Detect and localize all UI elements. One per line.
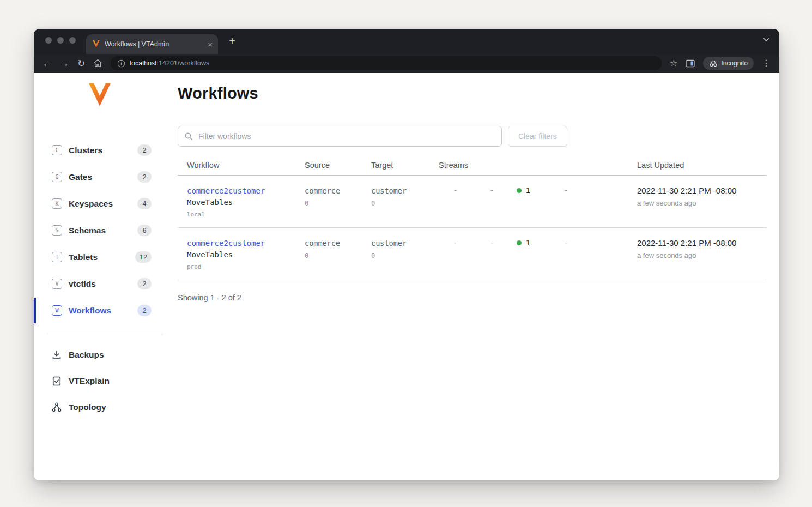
- vitess-logo[interactable]: [89, 83, 111, 107]
- vitess-favicon-icon: [93, 40, 100, 48]
- sidebar-item-label: Gates: [69, 172, 92, 182]
- column-header-streams: Streams: [439, 161, 637, 170]
- column-header-workflow: Workflow: [178, 161, 305, 170]
- search-icon: [184, 132, 193, 141]
- sidebar-item-label: Workflows: [69, 306, 111, 316]
- streams-cell: - - 1 -: [439, 186, 637, 218]
- document-check-icon: [52, 376, 62, 386]
- last-updated-timestamp: 2022-11-30 2:21 PM -08:00: [637, 238, 767, 248]
- count-badge: 2: [137, 144, 152, 156]
- topology-icon: [52, 402, 62, 412]
- incognito-icon: [709, 60, 718, 67]
- streams-stopped-value: -: [565, 186, 637, 195]
- streams-error-value: -: [490, 238, 517, 247]
- sidebar-item-gates[interactable]: G Gates 2: [34, 164, 178, 190]
- vtctlds-letter-icon: V: [52, 279, 62, 289]
- streams-error-value: -: [490, 186, 517, 195]
- window-zoom-button[interactable]: [69, 37, 76, 44]
- browser-toolbar: ← → ↻ localhost:14201/workflows ☆: [34, 54, 779, 73]
- workflow-type: MoveTables: [187, 250, 305, 259]
- tab-search-chevron-icon[interactable]: [763, 38, 769, 42]
- clear-filters-button[interactable]: Clear filters: [508, 126, 567, 147]
- keyspaces-letter-icon: K: [52, 198, 62, 209]
- main-panel: Workflows Clear filters Workflow Source …: [178, 73, 779, 480]
- back-icon[interactable]: ←: [43, 59, 52, 68]
- sidebar-item-label: Topology: [69, 402, 106, 412]
- filter-row: Clear filters: [178, 126, 767, 147]
- filter-workflows-input[interactable]: [178, 126, 502, 147]
- incognito-badge[interactable]: Incognito: [703, 57, 754, 70]
- sidebar-item-label: VTExplain: [69, 376, 110, 386]
- column-header-target: Target: [371, 161, 439, 170]
- last-updated-timestamp: 2022-11-30 2:21 PM -08:00: [637, 186, 767, 195]
- sidebar: C Clusters 2 G Gates 2 K Keyspaces 4 S S…: [34, 73, 178, 480]
- workflows-letter-icon: W: [52, 305, 62, 316]
- count-badge: 4: [137, 198, 152, 209]
- browser-tab[interactable]: Workflows | VTAdmin ×: [86, 34, 218, 54]
- workflow-cell: commerce2customer MoveTables local: [178, 186, 305, 218]
- sidebar-item-vtexplain[interactable]: VTExplain: [34, 368, 178, 394]
- sidebar-item-schemas[interactable]: S Schemas 6: [34, 217, 178, 244]
- pagination-summary: Showing 1 - 2 of 2: [178, 293, 767, 302]
- workflow-type: MoveTables: [187, 198, 305, 207]
- target-keyspace-link[interactable]: customer: [371, 239, 407, 248]
- home-icon[interactable]: [93, 59, 102, 68]
- url-path: :14201/workflows: [157, 59, 210, 67]
- count-badge: 2: [137, 171, 152, 183]
- schemas-letter-icon: S: [52, 225, 62, 236]
- target-cell: customer 0: [371, 186, 439, 218]
- tab-close-icon[interactable]: ×: [208, 40, 213, 49]
- sidebar-item-label: Keyspaces: [69, 199, 113, 209]
- sidebar-item-clusters[interactable]: C Clusters 2: [34, 137, 178, 164]
- source-keyspace-link[interactable]: commerce: [305, 239, 340, 248]
- forward-icon[interactable]: →: [60, 59, 69, 68]
- app-content: C Clusters 2 G Gates 2 K Keyspaces 4 S S…: [34, 73, 779, 480]
- tab-title: Workflows | VTAdmin: [105, 40, 203, 48]
- workflow-cell: commerce2customer MoveTables prod: [178, 238, 305, 270]
- clusters-letter-icon: C: [52, 145, 62, 155]
- reload-icon[interactable]: ↻: [77, 59, 85, 68]
- gates-letter-icon: G: [52, 172, 62, 182]
- streams-copying-value: -: [454, 186, 490, 195]
- sidebar-item-tablets[interactable]: T Tablets 12: [34, 244, 178, 270]
- window-minimize-button[interactable]: [57, 37, 64, 44]
- side-panel-icon[interactable]: [686, 59, 695, 68]
- target-shard: 0: [371, 200, 439, 207]
- sidebar-item-label: vtctlds: [69, 279, 96, 289]
- incognito-label: Incognito: [721, 59, 748, 67]
- sidebar-item-vtctlds[interactable]: V vtctlds 2: [34, 270, 178, 297]
- browser-menu-icon[interactable]: ⋮: [762, 59, 771, 68]
- workflow-cluster: prod: [187, 263, 305, 270]
- workflow-cluster: local: [187, 211, 305, 218]
- target-keyspace-link[interactable]: customer: [371, 186, 407, 195]
- source-cell: commerce 0: [305, 186, 371, 218]
- streams-running: 1: [517, 238, 565, 247]
- sidebar-item-topology[interactable]: Topology: [34, 394, 178, 420]
- window-controls: [45, 37, 76, 44]
- bookmark-star-icon[interactable]: ☆: [670, 59, 677, 68]
- workflow-link[interactable]: commerce2customer: [187, 239, 265, 248]
- sidebar-item-workflows[interactable]: W Workflows 2: [34, 297, 178, 324]
- tablets-letter-icon: T: [52, 252, 62, 262]
- sidebar-item-label: Schemas: [69, 226, 106, 236]
- source-keyspace-link[interactable]: commerce: [305, 186, 340, 195]
- address-bar[interactable]: localhost:14201/workflows: [111, 56, 662, 70]
- table-row: commerce2customer MoveTables local comme…: [178, 176, 767, 228]
- browser-window: Workflows | VTAdmin × + ← → ↻ localhost:…: [34, 29, 779, 480]
- workflow-link[interactable]: commerce2customer: [187, 186, 265, 195]
- source-shard: 0: [305, 252, 371, 259]
- streams-running-value: 1: [526, 186, 530, 195]
- streams-running-value: 1: [526, 238, 530, 247]
- new-tab-button[interactable]: +: [226, 34, 239, 47]
- download-icon: [52, 350, 62, 360]
- window-close-button[interactable]: [45, 37, 52, 44]
- site-info-icon[interactable]: [117, 59, 125, 68]
- sidebar-item-keyspaces[interactable]: K Keyspaces 4: [34, 190, 178, 217]
- sidebar-item-label: Tablets: [69, 252, 98, 262]
- streams-cell: - - 1 -: [439, 238, 637, 270]
- sidebar-item-backups[interactable]: Backups: [34, 342, 178, 368]
- source-cell: commerce 0: [305, 238, 371, 270]
- workflows-table: Workflow Source Target Streams Last Upda…: [178, 161, 767, 280]
- table-row: commerce2customer MoveTables prod commer…: [178, 228, 767, 280]
- last-updated-cell: 2022-11-30 2:21 PM -08:00 a few seconds …: [637, 238, 767, 270]
